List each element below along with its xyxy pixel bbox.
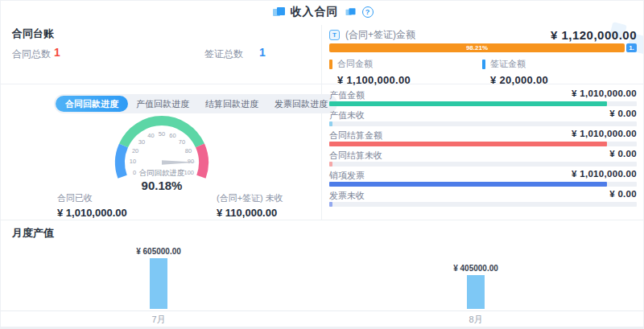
metric-list: 产值金额 ¥ 1,010,000.00 产值未收 ¥ 0.00 合同结算金额 ¥… <box>329 88 637 209</box>
x-axis-line <box>1 310 644 311</box>
progress-fill <box>329 182 607 187</box>
progress-track <box>329 121 637 126</box>
svg-text:90: 90 <box>188 158 194 165</box>
ledger-title: 合同台账 <box>12 27 54 41</box>
metric-row-output-amount: 产值金额 ¥ 1,010,000.00 <box>329 88 637 109</box>
metric-row-settlement-amount: 合同结算金额 ¥ 1,010,000.00 <box>329 129 637 149</box>
summary-total: ¥ 1,120,000.00 <box>551 28 637 42</box>
svg-text:0: 0 <box>133 169 136 176</box>
progress-fill <box>329 121 332 126</box>
gauge-segment-high <box>200 146 204 177</box>
received-value: ¥ 1,010,000.00 <box>57 207 127 219</box>
bar-august <box>467 275 485 309</box>
gauge-label: 合同回款进度 <box>139 168 185 177</box>
visa-count-label: 签证总数 <box>204 47 243 61</box>
svg-text:50: 50 <box>159 130 165 138</box>
unreceived-value: ¥ 110,000.00 <box>217 207 283 219</box>
tab-invoice-collection[interactable]: 发票回款进度 <box>266 96 336 112</box>
received-label: 合同已收 <box>57 192 127 204</box>
bar-column-august: ¥ 405000.00 <box>427 264 524 309</box>
bar-july <box>150 258 167 309</box>
svg-text:40: 40 <box>147 132 154 139</box>
svg-text:60: 60 <box>169 132 175 139</box>
progress-fill <box>329 202 332 207</box>
progress-fill <box>329 142 607 146</box>
metric-row-settlement-unreceived: 合同结算未收 ¥ 0.00 <box>329 149 637 169</box>
bar-value-label: ¥ 405000.00 <box>453 264 498 273</box>
page-header: 收入合同 ? <box>1 1 644 23</box>
legend-visa-amount: 签证金额 ¥ 20,000.00 <box>482 58 548 86</box>
visa-bar-segment: 1. <box>626 43 637 52</box>
visa-count-value: 1 <box>259 46 266 59</box>
folder-icon <box>273 7 285 17</box>
gauge-value: 90.18% <box>142 179 183 192</box>
vertical-divider <box>321 25 322 220</box>
metric-row-output-invoice: 销项发票 ¥ 1,010,000.00 <box>329 169 637 189</box>
progress-track <box>329 162 637 167</box>
contract-visa-stacked-bar: 98.21% 1. <box>329 43 637 52</box>
contract-color-chip <box>329 60 332 69</box>
tab-settlement-collection[interactable]: 结算回款进度 <box>197 96 266 112</box>
help-icon[interactable]: ? <box>362 6 374 18</box>
svg-text:80: 80 <box>185 147 192 154</box>
contract-amount-value: ¥ 1,100,000.00 <box>337 74 411 86</box>
progress-track <box>329 142 637 146</box>
svg-text:10: 10 <box>130 158 136 165</box>
svg-text:100: 100 <box>184 169 195 176</box>
folder-icon-small <box>345 8 355 16</box>
progress-track <box>329 182 637 187</box>
progress-track <box>329 202 637 207</box>
summary-label: (合同+签证)金额 <box>345 28 415 42</box>
document-icon: T <box>329 30 340 40</box>
tab-output-collection[interactable]: 产值回款进度 <box>128 96 197 112</box>
received-stat: 合同已收 ¥ 1,010,000.00 <box>57 192 127 219</box>
unreceived-label: (合同+签证) 未收 <box>217 192 283 204</box>
metric-row-output-unreceived: 产值未收 ¥ 0.00 <box>329 109 637 129</box>
bar-value-label: ¥ 605000.00 <box>136 247 181 256</box>
contract-count-value: 1 <box>54 46 60 59</box>
x-axis-label-august: 8月 <box>427 314 524 326</box>
income-contract-dashboard: 收入合同 ? 合同台账 合同总数 1 签证总数 1 合同回款进度 产值回款进度 … <box>0 0 644 329</box>
progress-fill <box>329 101 607 106</box>
horizontal-divider-bottom <box>1 220 644 220</box>
bar-column-july: ¥ 605000.00 <box>110 247 207 309</box>
svg-text:20: 20 <box>132 147 138 154</box>
progress-fill <box>329 162 332 167</box>
unreceived-stat: (合同+签证) 未收 ¥ 110,000.00 <box>217 192 283 219</box>
collection-progress-gauge: 0 10 20 30 40 50 60 70 80 90 100 合同回款进度 … <box>45 112 279 194</box>
contract-count-label: 合同总数 <box>12 47 51 61</box>
contract-bar-segment: 98.21% <box>329 43 625 52</box>
svg-text:70: 70 <box>179 138 185 146</box>
tab-contract-collection[interactable]: 合同回款进度 <box>56 96 128 112</box>
visa-amount-value: ¥ 20,000.00 <box>490 74 548 86</box>
legend-contract-amount: 合同金额 ¥ 1,100,000.00 <box>329 58 411 86</box>
svg-text:30: 30 <box>138 138 145 146</box>
x-axis-label-july: 7月 <box>110 314 207 326</box>
summary-header: T (合同+签证)金额 ¥ 1,120,000.00 <box>329 27 637 42</box>
progress-track <box>329 101 637 106</box>
metric-row-invoice-unreceived: 发票未收 ¥ 0.00 <box>329 189 637 209</box>
gauge-segment-low <box>120 146 124 177</box>
monthly-output-title: 月度产值 <box>12 226 54 241</box>
page-title: 收入合同 <box>291 5 339 19</box>
visa-color-chip <box>482 60 485 69</box>
progress-tab-bar: 合同回款进度 产值回款进度 结算回款进度 发票回款进度 <box>54 94 337 113</box>
